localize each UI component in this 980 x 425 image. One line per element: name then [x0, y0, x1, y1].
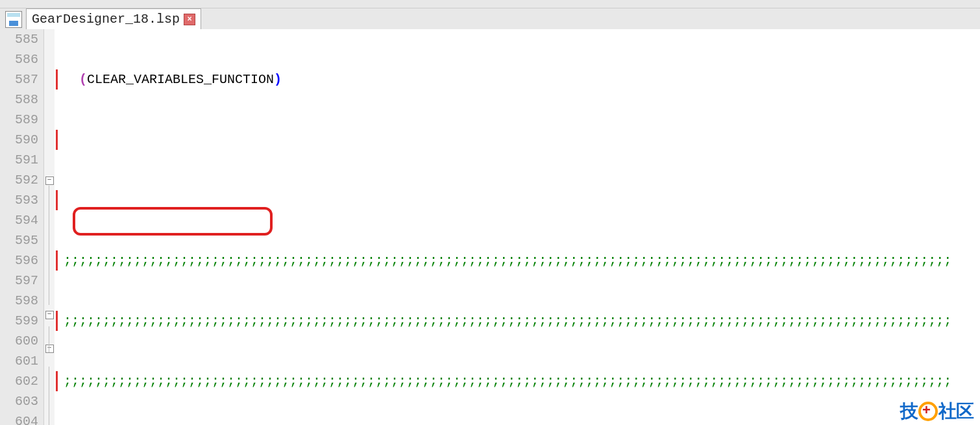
line-number: 602	[0, 371, 38, 391]
fold-guide	[49, 367, 49, 425]
window-top-strip	[0, 0, 980, 8]
line-number: 601	[0, 351, 38, 371]
line-number: 604	[0, 411, 38, 425]
line-number: 596	[0, 250, 38, 271]
line-number: 598	[0, 291, 38, 311]
line-number-gutter: 5855865875885895905915925935945955965975…	[0, 29, 44, 425]
code-area[interactable]: (CLEAR_VARIABLES_FUNCTION) ;;;;;;;;;;;;;…	[55, 29, 980, 425]
fold-guide	[49, 186, 49, 305]
line-number: 597	[0, 271, 38, 291]
tab-filename: GearDesigner_18.lsp	[32, 12, 180, 27]
fold-column: − − −	[44, 29, 55, 425]
line-number: 593	[0, 190, 38, 210]
line-number: 587	[0, 69, 38, 90]
code-line: ;;;;;;;;;;;;;;;;;;;;;;;;;;;;;;;;;;;;;;;;…	[56, 250, 980, 271]
line-number: 591	[0, 150, 38, 170]
code-line: (CLEAR_VARIABLES_FUNCTION)	[56, 69, 980, 90]
annotation-highlight	[73, 207, 273, 236]
watermark-logo: 技社区	[900, 399, 974, 424]
line-number: 585	[0, 29, 38, 49]
line-number: 589	[0, 110, 38, 130]
close-icon[interactable]: ×	[184, 14, 195, 25]
code-editor[interactable]: 5855865875885895905915925935945955965975…	[0, 29, 980, 425]
line-number: 599	[0, 311, 38, 331]
line-number: 588	[0, 90, 38, 110]
line-number: 600	[0, 331, 38, 351]
fold-toggle-icon[interactable]: −	[45, 345, 54, 353]
save-icon[interactable]	[5, 11, 22, 28]
fold-guide	[49, 326, 49, 352]
code-line	[56, 190, 980, 210]
tab-bar: GearDesigner_18.lsp ×	[0, 8, 980, 29]
line-number: 594	[0, 210, 38, 230]
line-number: 603	[0, 391, 38, 411]
code-line	[56, 130, 980, 150]
code-line: ;;;;;;;;;;;;;;;;;;;;;;;;;;;;;;;;;;;;;;;;…	[56, 371, 980, 391]
line-number: 595	[0, 230, 38, 250]
fold-toggle-icon[interactable]: −	[45, 311, 54, 319]
line-number: 586	[0, 49, 38, 69]
line-number: 592	[0, 170, 38, 190]
line-number: 590	[0, 130, 38, 150]
fold-toggle-icon[interactable]: −	[45, 176, 54, 185]
file-tab[interactable]: GearDesigner_18.lsp ×	[26, 8, 201, 29]
code-line: ;;;;;;;;;;;;;;;;;;;;;;;;;;;;;;;;;;;;;;;;…	[56, 311, 980, 331]
